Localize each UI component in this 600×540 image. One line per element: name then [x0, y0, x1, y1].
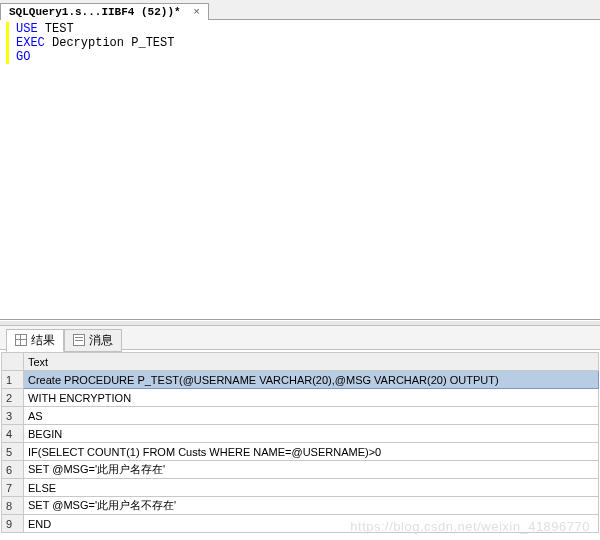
- tab-title: SQLQuery1.s...IIBF4 (52))*: [9, 6, 181, 18]
- cell-text[interactable]: Create PROCEDURE P_TEST(@USERNAME VARCHA…: [24, 371, 599, 389]
- results-grid[interactable]: Text 1Create PROCEDURE P_TEST(@USERNAME …: [1, 352, 599, 533]
- editor-tab[interactable]: SQLQuery1.s...IIBF4 (52))* ×: [0, 3, 209, 20]
- row-number[interactable]: 2: [2, 389, 24, 407]
- row-header-corner[interactable]: [2, 353, 24, 371]
- tab-messages-label: 消息: [89, 332, 113, 349]
- code-line: EXEC Decryption P_TEST: [16, 36, 594, 50]
- watermark: https://blog.csdn.net/weixin_41896770: [350, 519, 590, 534]
- tab-results[interactable]: 结果: [6, 329, 64, 352]
- table-row[interactable]: 3AS: [2, 407, 599, 425]
- table-row[interactable]: 8 SET @MSG='此用户名不存在': [2, 497, 599, 515]
- row-number[interactable]: 6: [2, 461, 24, 479]
- row-number[interactable]: 5: [2, 443, 24, 461]
- cell-text[interactable]: IF(SELECT COUNT(1) FROM Custs WHERE NAME…: [24, 443, 599, 461]
- table-row[interactable]: 5 IF(SELECT COUNT(1) FROM Custs WHERE NA…: [2, 443, 599, 461]
- column-header-text[interactable]: Text: [24, 353, 599, 371]
- cell-text[interactable]: SET @MSG='此用户名存在': [24, 461, 599, 479]
- row-number[interactable]: 1: [2, 371, 24, 389]
- row-number[interactable]: 3: [2, 407, 24, 425]
- table-row[interactable]: 2WITH ENCRYPTION: [2, 389, 599, 407]
- editor-tab-bar: SQLQuery1.s...IIBF4 (52))* ×: [0, 0, 600, 20]
- cell-text[interactable]: SET @MSG='此用户名不存在': [24, 497, 599, 515]
- grid-icon: [15, 334, 27, 346]
- table-row[interactable]: 1Create PROCEDURE P_TEST(@USERNAME VARCH…: [2, 371, 599, 389]
- table-row[interactable]: 7 ELSE: [2, 479, 599, 497]
- row-number[interactable]: 4: [2, 425, 24, 443]
- close-icon[interactable]: ×: [193, 6, 200, 18]
- results-tab-bar: 结果 消息: [0, 326, 600, 350]
- tab-messages[interactable]: 消息: [64, 329, 122, 352]
- cell-text[interactable]: AS: [24, 407, 599, 425]
- code-line: GO: [16, 50, 594, 64]
- code-line: USE TEST: [16, 22, 594, 36]
- sql-editor[interactable]: USE TEST EXEC Decryption P_TEST GO: [0, 20, 600, 320]
- row-number[interactable]: 7: [2, 479, 24, 497]
- row-number[interactable]: 8: [2, 497, 24, 515]
- cell-text[interactable]: BEGIN: [24, 425, 599, 443]
- messages-icon: [73, 334, 85, 346]
- row-number[interactable]: 9: [2, 515, 24, 533]
- table-row[interactable]: 6 SET @MSG='此用户名存在': [2, 461, 599, 479]
- table-row[interactable]: 4BEGIN: [2, 425, 599, 443]
- change-indicator: [6, 22, 9, 64]
- tab-results-label: 结果: [31, 332, 55, 349]
- results-pane: 结果 消息 Text 1Create PROCEDURE P_TEST(@USE…: [0, 326, 600, 533]
- cell-text[interactable]: ELSE: [24, 479, 599, 497]
- cell-text[interactable]: WITH ENCRYPTION: [24, 389, 599, 407]
